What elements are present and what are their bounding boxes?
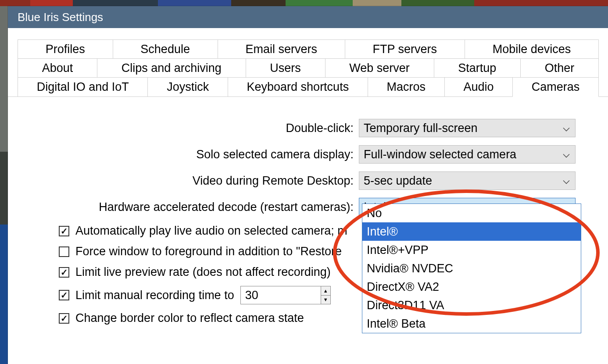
- label-auto-audio: Automatically play live audio on selecte…: [75, 224, 347, 238]
- hw-decode-option-intel[interactable]: Intel®: [362, 222, 581, 241]
- checkbox-limit-preview[interactable]: [59, 267, 69, 278]
- settings-dialog: Blue Iris Settings Profiles Schedule Ema…: [8, 6, 608, 364]
- titlebar: Blue Iris Settings: [8, 6, 608, 28]
- tab-mobile-devices[interactable]: Mobile devices: [465, 39, 599, 59]
- label-limit-preview: Limit live preview rate (does not affect…: [75, 265, 331, 279]
- label-remote-desktop: Video during Remote Desktop:: [25, 174, 359, 188]
- checkbox-force-fg[interactable]: [59, 246, 69, 257]
- combo-double-click-value: Temporary full-screen: [364, 121, 478, 135]
- tab-cameras[interactable]: Cameras: [512, 77, 599, 97]
- row-double-click: Double-click: Temporary full-screen: [25, 119, 590, 137]
- spinner-up-icon[interactable]: ▲: [321, 286, 330, 296]
- combo-double-click[interactable]: Temporary full-screen: [359, 119, 576, 137]
- tab-macros[interactable]: Macros: [368, 77, 445, 97]
- tab-clips-archiving[interactable]: Clips and archiving: [97, 58, 246, 78]
- tab-keyboard-shortcuts[interactable]: Keyboard shortcuts: [228, 77, 368, 97]
- tab-email-servers[interactable]: Email servers: [218, 39, 345, 59]
- tab-row-1: Profiles Schedule Email servers FTP serv…: [8, 39, 608, 58]
- spinner-buttons: ▲ ▼: [321, 286, 330, 304]
- chevron-down-icon: [563, 121, 570, 135]
- combo-hw-decode-dropdown[interactable]: No Intel® Intel®+VPP Nvidia® NVDEC Direc…: [362, 203, 581, 333]
- combo-solo-display-value: Full-window selected camera: [364, 148, 516, 161]
- label-limit-record: Limit manual recording time to: [75, 289, 234, 302]
- title-text: Blue Iris Settings: [18, 11, 103, 24]
- hw-decode-option-nvdec[interactable]: Nvidia® NVDEC: [362, 259, 581, 278]
- tab-about[interactable]: About: [18, 58, 97, 78]
- hw-decode-option-intel-vpp[interactable]: Intel®+VPP: [362, 241, 581, 259]
- hw-decode-option-dxva2[interactable]: DirectX® VA2: [362, 278, 581, 296]
- tab-startup[interactable]: Startup: [434, 58, 521, 78]
- label-double-click: Double-click:: [25, 121, 359, 135]
- hw-decode-option-no[interactable]: No: [362, 204, 581, 222]
- combo-remote-desktop[interactable]: 5-sec update: [359, 171, 576, 190]
- label-force-fg: Force window to foreground in addition t…: [75, 245, 342, 258]
- spinner-record-time[interactable]: 30 ▲ ▼: [240, 286, 331, 304]
- row-solo-display: Solo selected camera display: Full-windo…: [25, 145, 590, 164]
- label-solo-display: Solo selected camera display:: [25, 148, 359, 161]
- tab-row-2: About Clips and archiving Users Web serv…: [8, 58, 608, 77]
- tab-digital-io[interactable]: Digital IO and IoT: [18, 77, 148, 97]
- tab-other[interactable]: Other: [520, 58, 599, 78]
- label-hw-decode: Hardware accelerated decode (restart cam…: [25, 200, 359, 214]
- tab-web-server[interactable]: Web server: [325, 58, 434, 78]
- tab-ftp-servers[interactable]: FTP servers: [345, 39, 465, 59]
- tab-audio[interactable]: Audio: [444, 77, 513, 97]
- checkbox-change-border[interactable]: [59, 313, 69, 324]
- chevron-down-icon: [563, 148, 570, 161]
- spinner-down-icon[interactable]: ▼: [321, 296, 330, 304]
- tab-users[interactable]: Users: [246, 58, 325, 78]
- hw-decode-option-intel-beta[interactable]: Intel® Beta: [362, 314, 581, 333]
- checkbox-limit-record[interactable]: [59, 290, 69, 300]
- row-remote-desktop: Video during Remote Desktop: 5-sec updat…: [25, 171, 590, 190]
- cameras-panel: Double-click: Temporary full-screen Solo…: [8, 96, 608, 341]
- checkbox-auto-audio[interactable]: [59, 226, 69, 236]
- tab-row-3: Digital IO and IoT Joystick Keyboard sho…: [8, 77, 608, 96]
- background-strip: [0, 0, 608, 6]
- label-change-border: Change border color to reflect camera st…: [75, 311, 304, 325]
- left-edge-strip: [0, 6, 8, 364]
- combo-solo-display[interactable]: Full-window selected camera: [359, 145, 576, 164]
- tab-schedule[interactable]: Schedule: [113, 39, 218, 59]
- tab-joystick[interactable]: Joystick: [147, 77, 228, 97]
- tab-profiles[interactable]: Profiles: [18, 39, 113, 59]
- combo-remote-desktop-value: 5-sec update: [364, 174, 432, 188]
- spinner-record-time-value: 30: [241, 289, 321, 302]
- hw-decode-option-d3d11[interactable]: Direct3D11 VA: [362, 296, 581, 314]
- tab-area: Profiles Schedule Email servers FTP serv…: [8, 28, 608, 341]
- chevron-down-icon: [563, 174, 570, 188]
